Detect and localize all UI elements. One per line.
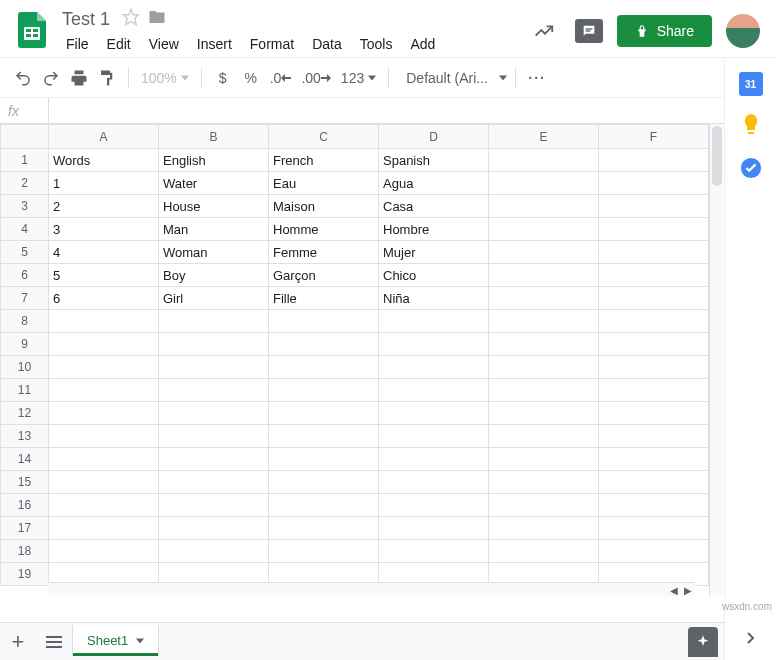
row-header-11[interactable]: 11 [1, 379, 49, 402]
cell-D11[interactable] [379, 379, 489, 402]
cell-E11[interactable] [489, 379, 599, 402]
cell-B5[interactable]: Woman [159, 241, 269, 264]
move-icon[interactable] [148, 8, 166, 30]
scroll-left-icon[interactable]: ◀ [667, 583, 681, 596]
all-sheets-button[interactable] [36, 624, 72, 660]
font-select[interactable]: Default (Ari... [397, 65, 497, 91]
row-header-5[interactable]: 5 [1, 241, 49, 264]
cell-E1[interactable] [489, 149, 599, 172]
row-header-15[interactable]: 15 [1, 471, 49, 494]
vertical-scrollbar[interactable] [709, 124, 723, 596]
row-header-7[interactable]: 7 [1, 287, 49, 310]
cell-F15[interactable] [599, 471, 709, 494]
row-header-14[interactable]: 14 [1, 448, 49, 471]
cell-E3[interactable] [489, 195, 599, 218]
cell-D1[interactable]: Spanish [379, 149, 489, 172]
column-header-A[interactable]: A [49, 125, 159, 149]
calendar-icon[interactable]: 31 [739, 72, 763, 96]
cell-E6[interactable] [489, 264, 599, 287]
menu-insert[interactable]: Insert [189, 34, 240, 54]
sheet-tab[interactable]: Sheet1 [72, 625, 159, 656]
menu-format[interactable]: Format [242, 34, 302, 54]
cell-B8[interactable] [159, 310, 269, 333]
cell-D14[interactable] [379, 448, 489, 471]
cell-D3[interactable]: Casa [379, 195, 489, 218]
row-header-9[interactable]: 9 [1, 333, 49, 356]
cell-C9[interactable] [269, 333, 379, 356]
cell-E18[interactable] [489, 540, 599, 563]
number-format-select[interactable]: 123 [337, 65, 380, 91]
cell-B3[interactable]: House [159, 195, 269, 218]
comment-icon[interactable] [575, 19, 603, 43]
cell-F9[interactable] [599, 333, 709, 356]
cell-A14[interactable] [49, 448, 159, 471]
percent-icon[interactable]: % [238, 65, 264, 91]
column-header-D[interactable]: D [379, 125, 489, 149]
cell-A1[interactable]: Words [49, 149, 159, 172]
cell-F8[interactable] [599, 310, 709, 333]
cell-F5[interactable] [599, 241, 709, 264]
cell-D9[interactable] [379, 333, 489, 356]
more-tools-icon[interactable]: ··· [524, 65, 550, 91]
row-header-18[interactable]: 18 [1, 540, 49, 563]
row-header-8[interactable]: 8 [1, 310, 49, 333]
cell-F4[interactable] [599, 218, 709, 241]
star-icon[interactable] [122, 8, 140, 30]
cell-F13[interactable] [599, 425, 709, 448]
cell-E14[interactable] [489, 448, 599, 471]
row-header-16[interactable]: 16 [1, 494, 49, 517]
activity-icon[interactable] [527, 14, 561, 48]
cell-B4[interactable]: Man [159, 218, 269, 241]
cell-D4[interactable]: Hombre [379, 218, 489, 241]
cell-F18[interactable] [599, 540, 709, 563]
cell-E7[interactable] [489, 287, 599, 310]
cell-C11[interactable] [269, 379, 379, 402]
avatar[interactable] [726, 14, 760, 48]
column-header-F[interactable]: F [599, 125, 709, 149]
cell-B1[interactable]: English [159, 149, 269, 172]
cell-F10[interactable] [599, 356, 709, 379]
spreadsheet-grid[interactable]: ABCDEF1WordsEnglishFrenchSpanish21WaterE… [0, 124, 709, 586]
cell-B14[interactable] [159, 448, 269, 471]
cell-A5[interactable]: 4 [49, 241, 159, 264]
cell-A8[interactable] [49, 310, 159, 333]
column-header-B[interactable]: B [159, 125, 269, 149]
redo-icon[interactable] [38, 65, 64, 91]
cell-F3[interactable] [599, 195, 709, 218]
cell-A6[interactable]: 5 [49, 264, 159, 287]
cell-F1[interactable] [599, 149, 709, 172]
cell-E2[interactable] [489, 172, 599, 195]
zoom-select[interactable]: 100% [137, 65, 193, 91]
cell-A10[interactable] [49, 356, 159, 379]
select-all[interactable] [1, 125, 49, 149]
cell-A11[interactable] [49, 379, 159, 402]
cell-E13[interactable] [489, 425, 599, 448]
cell-F17[interactable] [599, 517, 709, 540]
print-icon[interactable] [66, 65, 92, 91]
cell-B2[interactable]: Water [159, 172, 269, 195]
cell-A9[interactable] [49, 333, 159, 356]
row-header-4[interactable]: 4 [1, 218, 49, 241]
cell-A18[interactable] [49, 540, 159, 563]
cell-A15[interactable] [49, 471, 159, 494]
cell-E16[interactable] [489, 494, 599, 517]
cell-A4[interactable]: 3 [49, 218, 159, 241]
row-header-19[interactable]: 19 [1, 563, 49, 586]
cell-C18[interactable] [269, 540, 379, 563]
cell-E4[interactable] [489, 218, 599, 241]
row-header-17[interactable]: 17 [1, 517, 49, 540]
cell-F16[interactable] [599, 494, 709, 517]
cell-C16[interactable] [269, 494, 379, 517]
tasks-icon[interactable] [739, 156, 763, 180]
cell-C7[interactable]: Fille [269, 287, 379, 310]
currency-icon[interactable]: $ [210, 65, 236, 91]
cell-B7[interactable]: Girl [159, 287, 269, 310]
sheets-logo-icon[interactable] [12, 10, 52, 50]
row-header-10[interactable]: 10 [1, 356, 49, 379]
scroll-thumb[interactable] [712, 126, 722, 186]
cell-C15[interactable] [269, 471, 379, 494]
formula-input[interactable] [48, 98, 776, 123]
cell-C17[interactable] [269, 517, 379, 540]
row-header-1[interactable]: 1 [1, 149, 49, 172]
cell-B9[interactable] [159, 333, 269, 356]
